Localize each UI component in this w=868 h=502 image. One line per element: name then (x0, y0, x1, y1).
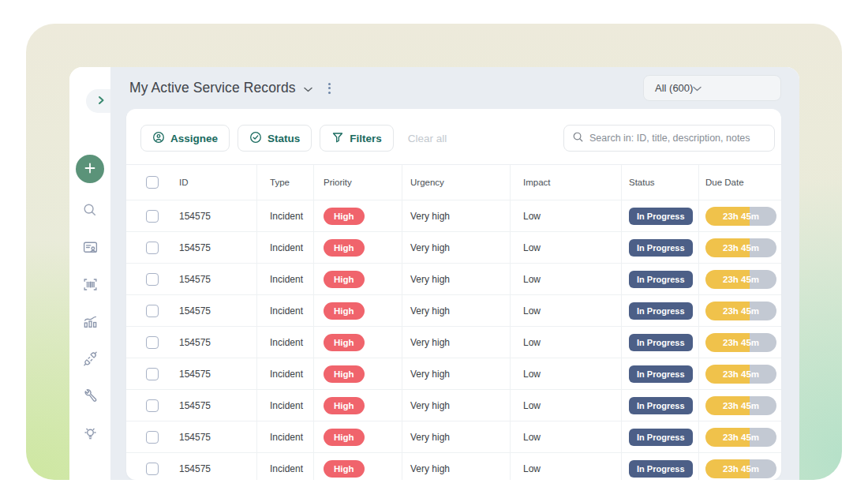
search-input[interactable] (589, 133, 766, 144)
status-cell: In Progress (622, 232, 699, 263)
id-cell: 154575 (126, 327, 257, 358)
urgency-cell: Very high (402, 264, 511, 294)
table-row[interactable]: 154575IncidentHighVery highLowIn Progres… (126, 231, 781, 263)
sidebar-item-reports[interactable] (81, 314, 99, 332)
check-circle-icon (249, 131, 262, 146)
clear-all-link[interactable]: Clear all (408, 133, 447, 144)
record-id: 154575 (179, 432, 211, 443)
row-checkbox[interactable] (146, 305, 159, 317)
table-row[interactable]: 154575IncidentHighVery highLowIn Progres… (126, 358, 781, 389)
chevron-down-icon (304, 80, 312, 96)
type-cell: Incident (257, 264, 314, 294)
funnel-icon (331, 131, 344, 146)
priority-cell: High (314, 358, 402, 389)
type-cell: Incident (257, 358, 314, 389)
status-cell: In Progress (622, 295, 699, 326)
table-row[interactable]: 154575IncidentHighVery highLowIn Progres… (126, 326, 781, 358)
topbar: My Active Service Records All (600) (110, 67, 799, 109)
page-title: My Active Service Records (129, 80, 296, 96)
due-date-badge: 23h 45m (705, 207, 776, 226)
due-date-cell: 23h 45m (699, 295, 781, 326)
column-header-priority: Priority (314, 165, 402, 200)
due-date-cell: 23h 45m (699, 200, 781, 231)
id-cell: 154575 (126, 390, 257, 421)
status-badge: In Progress (629, 397, 693, 414)
table-row[interactable]: 154575IncidentHighVery highLowIn Progres… (126, 452, 781, 480)
row-checkbox[interactable] (146, 210, 159, 223)
sidebar-expand-button[interactable] (86, 89, 110, 113)
status-filter-button[interactable]: Status (238, 125, 312, 152)
lightbulb-icon (82, 425, 99, 444)
due-date-cell: 23h 45m (699, 358, 781, 389)
table-row[interactable]: 154575IncidentHighVery highLowIn Progres… (126, 294, 781, 326)
column-header-impact: Impact (511, 165, 622, 200)
assignee-filter-button[interactable]: Assignee (140, 125, 230, 152)
sidebar-item-integrations[interactable] (81, 351, 99, 369)
due-date-badge: 23h 45m (705, 365, 776, 384)
impact-cell: Low (511, 200, 622, 231)
priority-cell: High (314, 327, 402, 358)
due-date-badge: 23h 45m (705, 302, 776, 320)
records-table-body: 154575IncidentHighVery highLowIn Progres… (126, 200, 781, 480)
record-id: 154575 (179, 369, 211, 380)
row-checkbox[interactable] (146, 463, 159, 475)
row-checkbox[interactable] (146, 273, 159, 286)
due-date-cell: 23h 45m (699, 327, 781, 358)
impact-cell: Low (511, 264, 622, 294)
status-badge: In Progress (629, 208, 693, 225)
assignee-filter-label: Assignee (170, 133, 218, 144)
priority-badge: High (324, 302, 365, 320)
row-checkbox[interactable] (146, 431, 159, 444)
table-row[interactable]: 154575IncidentHighVery highLowIn Progres… (126, 389, 781, 421)
records-scope-select[interactable]: All (600) (643, 75, 781, 101)
select-all-checkbox[interactable] (146, 176, 159, 189)
urgency-cell: Very high (402, 358, 511, 389)
due-date-cell: 23h 45m (699, 421, 781, 452)
urgency-cell: Very high (402, 453, 511, 480)
record-id: 154575 (179, 242, 211, 253)
impact-cell: Low (511, 295, 622, 326)
status-filter-label: Status (268, 133, 300, 144)
due-date-badge: 23h 45m (705, 238, 776, 257)
id-cell: 154575 (126, 421, 257, 452)
urgency-cell: Very high (402, 232, 511, 263)
table-row[interactable]: 154575IncidentHighVery highLowIn Progres… (126, 421, 781, 452)
wrench-icon (82, 388, 99, 407)
sidebar-item-assets[interactable] (81, 277, 99, 294)
row-checkbox[interactable] (146, 399, 159, 412)
chevron-down-icon (693, 82, 702, 94)
type-cell: Incident (257, 295, 314, 326)
status-cell: In Progress (622, 390, 699, 421)
app-window: My Active Service Records All (600) (69, 67, 799, 480)
status-cell: In Progress (622, 327, 699, 358)
view-title-dropdown[interactable]: My Active Service Records (129, 80, 312, 96)
urgency-cell: Very high (402, 295, 511, 326)
row-checkbox[interactable] (146, 368, 159, 380)
row-checkbox[interactable] (146, 242, 159, 254)
table-row[interactable]: 154575IncidentHighVery highLowIn Progres… (126, 263, 781, 294)
sidebar-item-service-records[interactable] (81, 240, 99, 257)
priority-badge: High (324, 365, 365, 383)
priority-badge: High (324, 429, 365, 446)
sidebar-item-search[interactable] (81, 203, 99, 220)
due-date-badge: 23h 45m (705, 396, 776, 415)
id-cell: 154575 (126, 264, 257, 294)
filters-button[interactable]: Filters (320, 125, 394, 152)
table-row[interactable]: 154575IncidentHighVery highLowIn Progres… (126, 200, 781, 231)
plus-icon (84, 162, 96, 177)
due-date-badge: 23h 45m (705, 333, 776, 352)
urgency-cell: Very high (402, 421, 511, 452)
sidebar-item-ideas[interactable] (81, 425, 99, 443)
row-checkbox[interactable] (146, 336, 159, 349)
search-icon (82, 202, 98, 221)
kebab-menu-icon[interactable] (325, 80, 334, 97)
due-date-cell: 23h 45m (699, 232, 781, 263)
priority-badge: High (324, 271, 365, 288)
impact-cell: Low (511, 453, 622, 480)
due-date-badge: 23h 45m (705, 270, 776, 289)
sidebar-item-settings[interactable] (81, 388, 99, 406)
id-cell: 154575 (126, 200, 257, 231)
id-cell: 154575 (126, 295, 257, 326)
filter-bar: Assignee Status Filters Clear (126, 109, 781, 164)
add-record-button[interactable] (76, 155, 104, 183)
